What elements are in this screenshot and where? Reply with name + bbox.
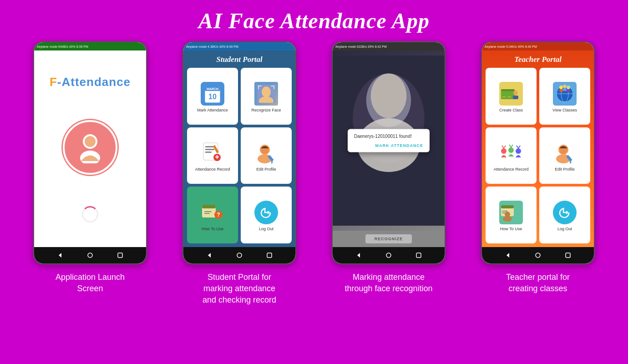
phone-frame-4: Airplane mode 5.04K/s 40% 8:40 PM Teache… [481, 41, 595, 264]
caption-2: Student Portal formarking attendanceand … [203, 272, 276, 306]
svg-rect-46 [416, 253, 421, 258]
create-class-icon [498, 81, 524, 106]
status-bar-2: Airplane mode 4.36K/s 40% 8:40 PM [183, 42, 295, 51]
svg-point-45 [386, 253, 391, 258]
svg-point-50 [513, 91, 518, 95]
detection-dialog: Daenerys-120100011 found! MARK ATTENDANC… [348, 129, 430, 152]
svg-marker-3 [59, 253, 61, 258]
cell-how-to-use-t[interactable]: How To Use [486, 187, 537, 243]
back-icon-2[interactable] [205, 251, 213, 259]
svg-rect-51 [513, 96, 518, 99]
svg-rect-5 [118, 253, 122, 258]
recents-icon[interactable] [116, 251, 124, 259]
svg-rect-60 [559, 89, 563, 92]
edit-profile-label: Edit Profile [256, 167, 276, 172]
home-icon-3[interactable] [385, 251, 393, 259]
avatar-icon [76, 131, 104, 163]
svg-rect-31 [202, 205, 216, 208]
phone-frame-2: Airplane mode 4.36K/s 40% 8:40 PM Studen… [182, 41, 296, 264]
how-to-use-t-icon [498, 200, 524, 225]
cell-view-classes[interactable]: View Classes [539, 68, 590, 125]
student-portal-body: Student Portal 10 MARCH [183, 51, 295, 247]
svg-rect-14 [258, 86, 259, 89]
recognize-face-label: Recognize Face [251, 108, 281, 112]
svg-rect-81 [501, 205, 514, 208]
cell-mark-attendance[interactable]: 10 MARCH Mark Attendance [187, 68, 238, 125]
cell-edit-profile[interactable]: Edit Profile [241, 127, 292, 184]
loading-spinner [82, 206, 98, 222]
home-icon-4[interactable] [534, 251, 542, 259]
home-icon[interactable] [86, 251, 94, 259]
face-recog-body: Daenerys-120100011 found! MARK ATTENDANC… [333, 51, 445, 247]
svg-rect-53 [507, 96, 511, 97]
cell-logout[interactable]: Log Out [241, 187, 292, 243]
svg-point-87 [536, 253, 540, 258]
svg-point-2 [85, 136, 96, 147]
home-icon-2[interactable] [235, 251, 243, 259]
svg-line-73 [518, 146, 520, 148]
logout-t-icon [552, 200, 577, 225]
phone-col-1: Airplane mode 644B/s 40% 8:39 PM F-Atten… [22, 41, 158, 294]
svg-marker-86 [506, 253, 509, 258]
recents-icon-4[interactable] [564, 251, 572, 259]
svg-rect-52 [502, 96, 506, 97]
svg-point-4 [88, 253, 92, 258]
page-title: AI Face Attendance App [198, 8, 430, 33]
teacher-grid: Create Class [482, 68, 594, 247]
app-logo: F-Attendance [50, 75, 131, 89]
phone-nav-bar-4 [482, 247, 594, 263]
phone-nav-bar-3 [333, 247, 445, 263]
phone-nav-bar-2 [183, 247, 295, 263]
cell-attendance-record[interactable]: Attendance Record [187, 127, 238, 184]
svg-text:?: ? [217, 212, 220, 218]
phone-col-4: Airplane mode 5.04K/s 40% 8:40 PM Teache… [470, 41, 606, 294]
cell-edit-profile-t[interactable]: Edit Profile [539, 127, 590, 184]
edit-profile-icon [253, 140, 279, 166]
recents-icon-3[interactable] [415, 251, 423, 259]
create-class-label: Create Class [499, 108, 523, 112]
cell-create-class[interactable]: Create Class [486, 68, 537, 125]
status-bar-1: Airplane mode 644B/s 40% 8:39 PM [34, 42, 146, 51]
svg-marker-36 [208, 253, 211, 258]
logout-t-label: Log Out [557, 227, 572, 231]
svg-point-37 [237, 253, 242, 258]
svg-rect-62 [563, 88, 567, 91]
avatar-circle [63, 120, 117, 175]
svg-rect-20 [205, 152, 212, 153]
attendance-record-t-icon [498, 140, 524, 166]
svg-marker-44 [357, 253, 360, 258]
back-icon-3[interactable] [355, 251, 363, 259]
svg-point-71 [516, 148, 521, 154]
mark-attendance-btn[interactable]: MARK ATTENDANCE [354, 143, 423, 148]
svg-line-70 [511, 145, 513, 147]
cell-logout-t[interactable]: Log Out [539, 187, 590, 243]
recognize-button[interactable]: RECOGNIZE [365, 234, 412, 243]
svg-point-65 [501, 148, 506, 154]
face-video-area: Daenerys-120100011 found! MARK ATTENDANC… [333, 51, 445, 231]
caption-3: Marking attendancethrough face recogniti… [344, 272, 432, 294]
how-to-use-icon: ? [200, 200, 225, 225]
view-classes-label: View Classes [552, 108, 577, 112]
svg-point-42 [371, 73, 407, 118]
back-icon[interactable] [56, 251, 64, 259]
svg-rect-35 [204, 213, 210, 214]
phone-body-1: F-Attendance [34, 51, 146, 247]
phones-row: Airplane mode 644B/s 40% 8:39 PM F-Atten… [0, 41, 628, 306]
svg-rect-38 [267, 253, 272, 258]
svg-point-61 [563, 85, 567, 88]
attendance-record-icon [200, 140, 225, 166]
cell-recognize-face[interactable]: Recognize Face [241, 68, 292, 125]
caption-4: Teacher portal forcreating classes [506, 272, 570, 294]
edit-profile-t-icon [552, 140, 577, 166]
phone-frame-3: Airplane mode 622B/s 39% 8:42 PM [332, 41, 446, 264]
status-bar-3: Airplane mode 622B/s 39% 8:42 PM [333, 42, 445, 51]
recognize-btn-area: RECOGNIZE [333, 231, 445, 247]
recents-icon-2[interactable] [265, 251, 273, 259]
svg-text:MARCH: MARCH [207, 87, 218, 91]
cell-attendance-record-t[interactable]: Attendance Record [486, 127, 537, 184]
cell-how-to-use[interactable]: ? How To Use [187, 187, 238, 243]
svg-rect-16 [273, 86, 274, 89]
how-to-use-label: How To Use [202, 227, 223, 231]
back-icon-4[interactable] [504, 251, 512, 259]
launch-body: F-Attendance [34, 51, 146, 247]
